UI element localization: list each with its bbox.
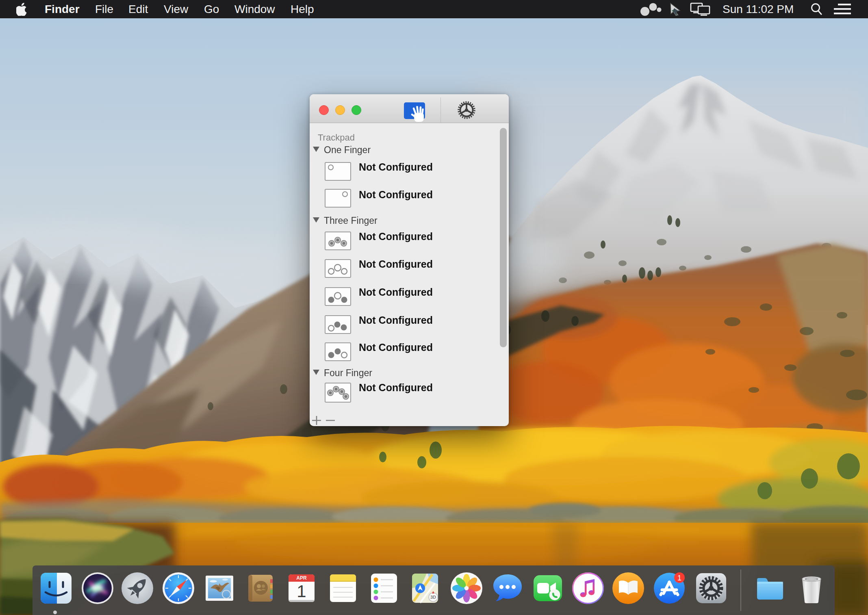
svg-text:1: 1 <box>297 582 306 601</box>
svg-text:1: 1 <box>677 574 681 582</box>
svg-text:APR: APR <box>296 575 307 581</box>
svg-text:3D: 3D <box>430 595 436 600</box>
